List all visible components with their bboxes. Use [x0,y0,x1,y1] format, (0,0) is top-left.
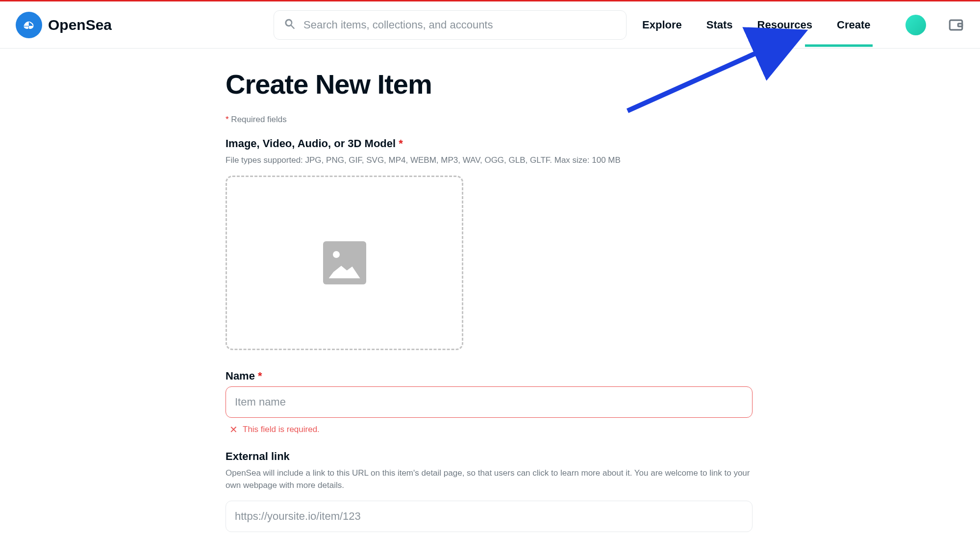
upload-help-text: File types supported: JPG, PNG, GIF, SVG… [226,154,753,167]
search-input[interactable] [303,19,616,31]
asterisk-icon: * [258,370,262,382]
name-error-text: This field is required. [243,425,320,434]
upload-dropzone[interactable] [226,176,463,350]
upload-label: Image, Video, Audio, or 3D Model * [226,137,753,150]
name-label: Name * [226,370,753,382]
main-nav: Explore Stats Resources Create [642,19,871,31]
opensea-logo-icon [16,12,42,38]
nav-stats[interactable]: Stats [706,19,733,31]
svg-rect-1 [958,24,962,26]
main-content: Create New Item * Required fields Image,… [226,49,753,560]
search-icon [284,18,297,32]
required-fields-text: Required fields [231,115,286,124]
asterisk-icon: * [399,137,403,150]
external-link-input[interactable] [226,501,753,532]
main-header: OpenSea Explore Stats Resources Create [0,1,980,49]
nav-explore[interactable]: Explore [642,19,682,31]
wallet-icon[interactable] [948,17,964,33]
error-x-icon: ✕ [229,424,238,435]
upload-section: Image, Video, Audio, or 3D Model * File … [226,137,753,350]
image-placeholder-icon [323,241,366,284]
search-bar[interactable] [274,10,627,40]
avatar[interactable] [905,15,926,35]
name-input[interactable] [226,386,753,418]
brand-name: OpenSea [48,17,112,33]
name-error-row: ✕ This field is required. [226,424,753,435]
required-fields-note: * Required fields [226,115,753,125]
header-right-actions [905,15,964,35]
name-section: Name * ✕ This field is required. [226,370,753,435]
brand-logo[interactable]: OpenSea [16,12,112,38]
page-title: Create New Item [226,68,753,100]
asterisk-icon: * [226,115,229,124]
external-link-section: External link OpenSea will include a lin… [226,450,753,532]
svg-rect-0 [950,20,962,30]
nav-resources[interactable]: Resources [757,19,813,31]
nav-create[interactable]: Create [837,19,870,31]
external-link-label: External link [226,450,753,463]
external-link-help: OpenSea will include a link to this URL … [226,467,753,492]
